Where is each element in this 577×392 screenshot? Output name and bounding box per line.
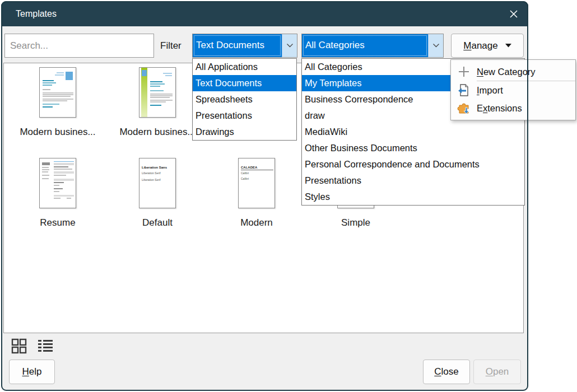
- template-item[interactable]: Resume: [8, 158, 108, 228]
- template-name: Default: [108, 217, 207, 228]
- category-option[interactable]: Other Business Documents: [302, 140, 524, 156]
- thumbnail-view-button[interactable]: [11, 338, 27, 354]
- thumbnail-text: Liberation Serif: [142, 171, 167, 175]
- template-name: Simple: [306, 217, 406, 228]
- open-button-disabled[interactable]: Open: [473, 360, 521, 384]
- app-filter-option[interactable]: Drawings: [193, 124, 296, 140]
- close-button-label: Close: [434, 366, 458, 377]
- close-button[interactable]: Close: [423, 360, 470, 384]
- thumbnail-text: Calibri: [241, 176, 272, 181]
- application-filter-value: Text Documents: [193, 34, 282, 57]
- open-button-label: Open: [486, 366, 509, 377]
- manage-button[interactable]: Manage: [451, 34, 524, 58]
- category-filter-dropdown-button[interactable]: [428, 34, 443, 57]
- template-name: Resume: [8, 217, 108, 228]
- extensions-icon: [451, 101, 477, 115]
- application-filter-dropdown-button[interactable]: [282, 34, 297, 57]
- thumbnail-text: Liberation Serif: [142, 178, 167, 182]
- template-name: Modern busines...: [8, 127, 108, 138]
- manage-button-label: Manage: [463, 40, 497, 52]
- chevron-down-icon: [432, 43, 440, 48]
- thumbnail-text: Liberation Sans: [142, 165, 167, 170]
- list-view-button[interactable]: [38, 338, 53, 354]
- category-option[interactable]: Styles: [302, 189, 524, 205]
- list-view-icon: [38, 338, 53, 354]
- application-filter-dropdown-list: All Applications Text Documents Spreadsh…: [192, 58, 297, 141]
- menu-item-label: Import: [477, 85, 503, 96]
- template-thumbnail-resume: [39, 158, 76, 208]
- thumbnail-text: Calibri: [241, 171, 272, 175]
- template-item[interactable]: CALADEA Calibri Calibri Modern: [207, 158, 306, 228]
- category-option[interactable]: Presentations: [302, 172, 524, 189]
- category-filter-combobox[interactable]: All Categories: [301, 34, 444, 58]
- category-filter-value: All Categories: [302, 34, 428, 57]
- chevron-down-icon: [286, 43, 294, 48]
- app-filter-option[interactable]: All Applications: [193, 59, 296, 75]
- menu-item-extensions[interactable]: Extensions: [451, 99, 575, 117]
- search-input[interactable]: [4, 34, 154, 58]
- manage-menu: New Category Import Extensions: [450, 59, 576, 120]
- template-name: Modern: [207, 217, 306, 228]
- plus-icon: [451, 66, 477, 77]
- filter-label: Filter: [160, 34, 182, 58]
- application-filter-combobox[interactable]: Text Documents: [192, 34, 297, 58]
- app-filter-option[interactable]: Presentations: [193, 108, 296, 124]
- menu-item-new-category[interactable]: New Category: [451, 63, 575, 81]
- template-thumbnail-default: Liberation Sans Liberation Serif Liberat…: [139, 158, 176, 208]
- template-item[interactable]: Modern busines...: [8, 67, 108, 138]
- title-bar: Templates: [1, 1, 528, 26]
- menu-item-label: New Category: [477, 67, 536, 77]
- menu-item-label: Extensions: [477, 103, 522, 114]
- dropdown-arrow-icon: [505, 44, 511, 48]
- grid-view-icon: [11, 338, 27, 354]
- menu-item-import[interactable]: Import: [451, 81, 575, 99]
- close-icon: [508, 8, 519, 20]
- app-filter-option[interactable]: Spreadsheets: [193, 91, 296, 108]
- dialog-title: Templates: [16, 1, 57, 26]
- help-button[interactable]: Help: [9, 360, 55, 384]
- template-thumbnail-modern-business-letter-serif: [139, 67, 176, 118]
- window-close-button[interactable]: [502, 1, 525, 26]
- template-thumbnail-modern: CALADEA Calibri Calibri: [238, 158, 275, 208]
- category-option[interactable]: Personal Correspondence and Documents: [302, 156, 524, 172]
- template-item[interactable]: Liberation Sans Liberation Serif Liberat…: [108, 158, 207, 228]
- thumbnail-text: CALADEA: [241, 165, 273, 170]
- help-button-label: Help: [22, 366, 42, 377]
- template-thumbnail-modern-business-letter: [39, 67, 76, 118]
- import-icon: [451, 83, 477, 97]
- app-filter-option-selected[interactable]: Text Documents: [193, 75, 296, 91]
- category-option[interactable]: MediaWiki: [302, 124, 524, 140]
